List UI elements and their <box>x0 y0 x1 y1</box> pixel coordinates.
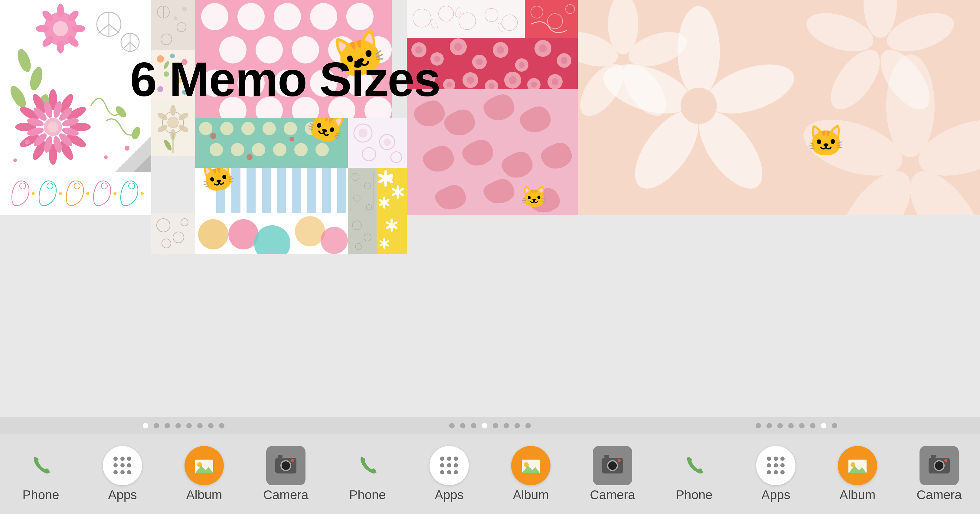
nav-item-apps-3[interactable]: Apps <box>740 446 812 502</box>
svg-point-198 <box>383 238 385 241</box>
svg-point-53 <box>13 159 17 162</box>
camera-dot-3 <box>944 459 947 462</box>
svg-point-2 <box>53 21 68 36</box>
svg-text:🐱: 🐱 <box>807 123 845 159</box>
svg-point-245 <box>531 82 537 88</box>
apps-dot <box>780 470 784 474</box>
dot-1-7 <box>208 423 213 428</box>
nav-item-album-2[interactable]: Album <box>495 446 567 502</box>
dot-group-2 <box>449 423 531 428</box>
tile-small-bottom-r1[interactable] <box>348 213 377 254</box>
svg-point-239 <box>467 76 474 84</box>
nav-label-album-1: Album <box>186 488 222 502</box>
nav-item-apps-2[interactable]: Apps <box>413 446 485 502</box>
apps-dot <box>127 457 131 461</box>
nav-item-phone-3[interactable]: Phone <box>658 446 730 502</box>
svg-point-4 <box>57 40 64 54</box>
dot-1-3 <box>165 423 170 428</box>
tile-small-bottom-r2[interactable] <box>377 213 407 254</box>
svg-point-52 <box>104 155 108 159</box>
svg-point-121 <box>294 143 308 156</box>
svg-point-50 <box>25 140 30 144</box>
apps-dot <box>447 457 451 461</box>
tile-small-beige[interactable] <box>151 101 195 156</box>
apps-dot <box>120 457 125 461</box>
nav-label-phone-3: Phone <box>676 488 712 502</box>
dot-1-8 <box>219 423 224 428</box>
tile-right-large-sakura[interactable]: 🐱 <box>407 89 578 215</box>
apps-dot <box>440 470 444 474</box>
nav-item-album-3[interactable]: Album <box>821 446 894 502</box>
dot-2-2 <box>460 423 466 428</box>
screen: 6 Memo Sizes <box>0 0 980 514</box>
dot-1-active <box>143 423 148 428</box>
camera-lens-3 <box>934 460 945 471</box>
apps-dot <box>774 463 778 468</box>
dot-3-8 <box>832 423 837 428</box>
svg-point-156 <box>383 138 391 146</box>
svg-point-89 <box>201 3 228 30</box>
dot-group-3 <box>756 423 837 428</box>
svg-point-237 <box>447 82 452 87</box>
nav-label-album-3: Album <box>839 488 875 502</box>
nav-group-1: Phone Apps <box>0 446 327 502</box>
dot-2-1 <box>449 423 455 428</box>
tile-floral-large[interactable] <box>0 0 151 172</box>
nav-label-apps-1: Apps <box>108 488 137 502</box>
svg-point-65 <box>182 6 187 11</box>
tile-right-top-floral-line[interactable] <box>407 0 525 38</box>
tile-right-top-pink-small[interactable] <box>525 0 578 38</box>
dot-group-1 <box>143 423 224 428</box>
svg-point-118 <box>231 143 244 156</box>
svg-point-282 <box>113 192 116 195</box>
svg-point-79 <box>167 117 178 128</box>
dot-2-active <box>482 423 487 428</box>
nav-group-3: Phone Apps <box>653 446 980 502</box>
dot-2-6 <box>504 423 509 428</box>
apps-dot <box>767 463 771 468</box>
tile-teal-polka-dots[interactable]: 🐱 <box>195 118 348 168</box>
apps-dot <box>454 457 458 461</box>
nav-item-camera-1[interactable]: Camera <box>250 446 322 502</box>
svg-point-125 <box>290 136 294 141</box>
svg-point-92 <box>310 3 337 30</box>
apps-dot <box>127 470 131 474</box>
tile-small-floral-bottom[interactable] <box>151 213 195 254</box>
nav-item-apps-1[interactable]: Apps <box>86 446 159 502</box>
main-content: 6 Memo Sizes <box>0 0 980 417</box>
nav-icon-apps-2 <box>430 446 469 485</box>
nav-item-camera-2[interactable]: Camera <box>576 446 649 502</box>
tile-gray-teal-small[interactable] <box>348 168 377 213</box>
nav-item-album-1[interactable]: Album <box>168 446 240 502</box>
svg-rect-134 <box>322 168 331 213</box>
tile-peach-large-right[interactable]: 🐱 <box>578 0 980 215</box>
nav-item-camera-3[interactable]: Camera <box>903 446 975 502</box>
nav-icon-apps-3 <box>756 446 795 485</box>
dot-3-1 <box>756 423 761 428</box>
apps-dot <box>113 470 118 474</box>
apps-dot <box>454 470 458 474</box>
svg-text:🐱: 🐱 <box>521 184 547 209</box>
tile-white-floral-small[interactable] <box>348 118 407 168</box>
svg-point-90 <box>237 3 265 30</box>
camera-lens-2 <box>607 460 618 471</box>
dot-3-4 <box>788 423 794 428</box>
svg-point-191 <box>390 219 393 223</box>
svg-point-201 <box>383 245 385 249</box>
svg-point-279 <box>32 192 35 195</box>
tile-yellow-floral-small[interactable] <box>377 168 407 213</box>
tile-paisley-wide-left[interactable] <box>0 172 151 215</box>
apps-dot <box>454 463 458 468</box>
dot-3-5 <box>799 423 805 428</box>
svg-point-144 <box>321 227 348 254</box>
nav-item-phone-1[interactable]: Phone <box>5 446 77 502</box>
tile-small-gray-floral[interactable] <box>151 0 195 50</box>
nav-item-phone-2[interactable]: Phone <box>331 446 404 502</box>
tile-colorful-dots-bottom[interactable] <box>195 213 348 254</box>
camera-flash-3 <box>931 455 936 458</box>
svg-point-283 <box>141 192 144 195</box>
apps-dot <box>440 457 444 461</box>
apps-dot <box>447 470 451 474</box>
svg-point-223 <box>454 43 462 51</box>
apps-dot <box>113 463 118 468</box>
